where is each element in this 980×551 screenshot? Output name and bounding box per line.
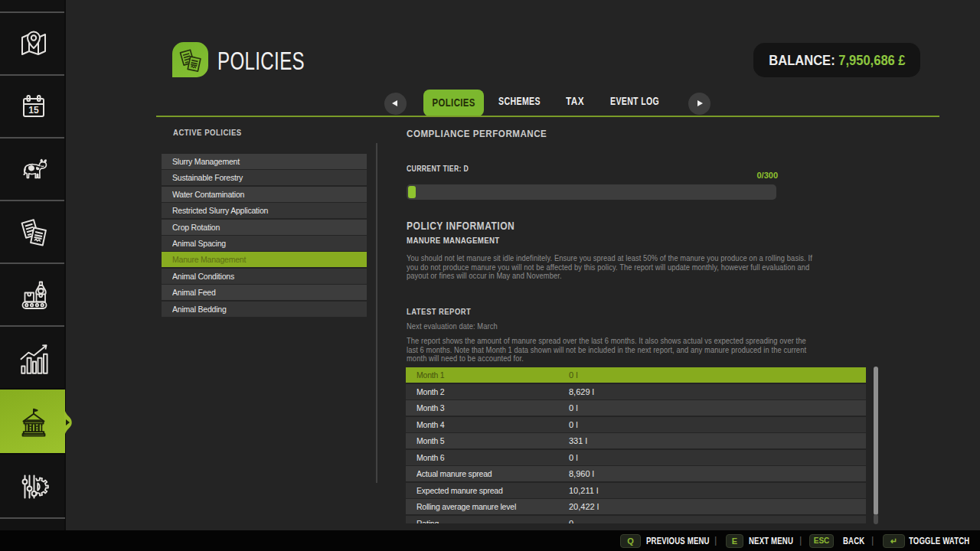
svg-text:15: 15	[28, 105, 39, 116]
